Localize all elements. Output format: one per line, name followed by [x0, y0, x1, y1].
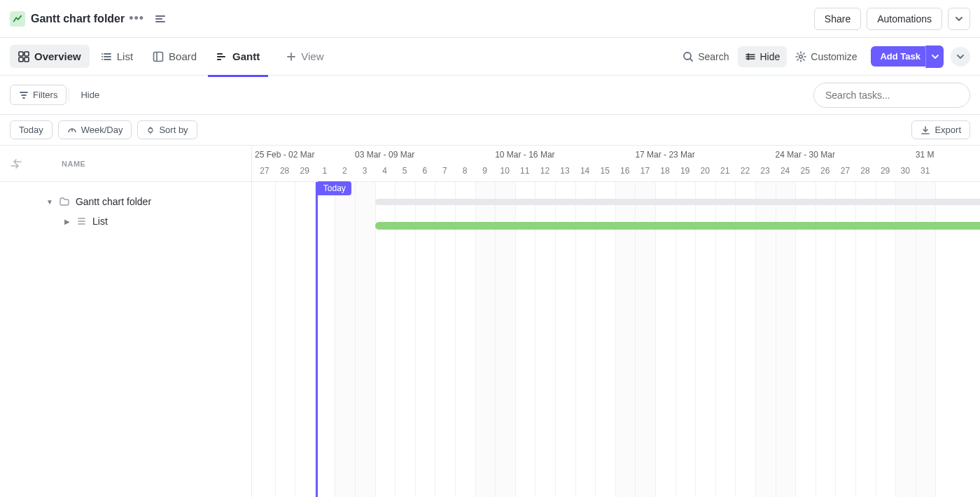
hide-filter-button[interactable]: Hide — [72, 85, 108, 104]
gear-icon — [795, 51, 806, 62]
svg-point-4 — [102, 53, 103, 55]
day-label: 23 — [755, 166, 775, 176]
automations-button[interactable]: Automations — [867, 8, 942, 30]
svg-rect-0 — [19, 52, 23, 56]
day-label: 5 — [395, 166, 414, 176]
chevron-down-icon — [955, 15, 963, 23]
day-label: 15 — [595, 166, 615, 176]
list-icon — [101, 51, 112, 62]
today-line: Today — [316, 182, 318, 497]
gantt-bar-list[interactable] — [375, 222, 980, 230]
hide-filter-label: Hide — [80, 90, 99, 100]
zoom-button[interactable]: Week/Day — [58, 120, 132, 139]
folder-chart-icon — [10, 11, 25, 27]
gantt-bar-folder[interactable] — [375, 199, 980, 205]
zoom-icon — [67, 125, 77, 135]
add-task-button[interactable]: Add Task — [871, 46, 930, 66]
filters-label: Filters — [33, 90, 57, 100]
grid-icon — [18, 51, 29, 62]
back-arrow-icon[interactable] — [10, 159, 22, 169]
week-label: 03 Mar - 09 Mar — [355, 150, 414, 160]
filters-button[interactable]: Filters — [10, 85, 66, 105]
more-menu-icon[interactable]: ••• — [125, 8, 148, 29]
chevron-down-icon — [932, 53, 939, 60]
search-button[interactable]: Search — [676, 46, 736, 67]
day-label: 18 — [655, 166, 675, 176]
today-label: Today — [318, 181, 351, 195]
day-label: 8 — [455, 166, 475, 176]
add-task-label: Add Task — [880, 51, 920, 62]
app-header: Gantt chart folder ••• Share Automations — [0, 0, 980, 38]
day-label: 2 — [335, 166, 354, 176]
timeline-body[interactable]: Today — [252, 182, 980, 497]
tab-gantt[interactable]: Gantt — [208, 45, 268, 68]
header-caret-button[interactable] — [948, 8, 970, 30]
automations-label: Automations — [877, 13, 932, 24]
day-label: 22 — [735, 166, 755, 176]
search-label: Search — [698, 51, 729, 62]
week-label: 17 Mar - 23 Mar — [635, 150, 694, 160]
day-label: 7 — [435, 166, 454, 176]
svg-point-6 — [102, 59, 103, 60]
name-column-header: NAME — [62, 160, 85, 168]
week-label: 31 M — [916, 150, 934, 160]
today-button[interactable]: Today — [10, 120, 52, 139]
filters-row: Filters Hide — [0, 76, 980, 115]
breadcrumb[interactable]: Gantt chart folder — [10, 11, 125, 27]
week-label: 10 Mar - 16 Mar — [495, 150, 554, 160]
tab-list[interactable]: List — [92, 45, 141, 68]
sort-button[interactable]: Sort by — [137, 120, 197, 139]
day-label: 10 — [495, 166, 514, 176]
search-icon — [682, 51, 694, 62]
svg-rect-7 — [154, 52, 163, 61]
day-label: 20 — [695, 166, 715, 176]
gantt-icon — [216, 51, 227, 62]
tab-board-label: Board — [169, 50, 197, 62]
search-tasks-input[interactable] — [813, 83, 970, 108]
share-button[interactable]: Share — [814, 8, 861, 30]
day-label: 6 — [415, 166, 435, 176]
tab-overview[interactable]: Overview — [10, 45, 90, 68]
svg-point-10 — [799, 55, 802, 57]
day-label: 14 — [575, 166, 595, 176]
day-label: 12 — [535, 166, 554, 176]
svg-point-5 — [102, 56, 103, 57]
tab-board[interactable]: Board — [144, 45, 205, 68]
tree-list-row[interactable]: ▶ List — [0, 211, 251, 231]
folder-title: Gantt chart folder — [31, 13, 125, 25]
svg-rect-1 — [24, 52, 29, 56]
export-label: Export — [934, 125, 961, 135]
list-outline-icon — [76, 216, 87, 227]
add-view-label: View — [301, 50, 323, 62]
day-label: 27 — [835, 166, 855, 176]
tab-gantt-label: Gantt — [232, 50, 260, 62]
tab-overview-label: Overview — [34, 50, 81, 62]
tree-list-label: List — [92, 216, 108, 227]
side-header: NAME — [0, 146, 251, 182]
day-label: 17 — [635, 166, 654, 176]
collapse-icon[interactable] — [154, 13, 167, 25]
tree-folder-row[interactable]: ▼ Gantt chart folder — [0, 192, 251, 211]
svg-rect-2 — [19, 57, 23, 62]
views-row: Overview List Board Gantt View Search Hi… — [0, 38, 980, 76]
tab-list-label: List — [117, 50, 133, 62]
tree-folder-label: Gantt chart folder — [76, 196, 151, 207]
customize-button[interactable]: Customize — [788, 46, 864, 67]
plus-icon — [286, 52, 296, 62]
filter-icon — [19, 90, 29, 100]
options-caret[interactable] — [951, 47, 970, 66]
day-label: 4 — [375, 166, 395, 176]
day-label: 26 — [816, 166, 835, 176]
day-label: 24 — [776, 166, 795, 176]
day-label: 3 — [355, 166, 374, 176]
day-label: 25 — [795, 166, 815, 176]
hide-button[interactable]: Hide — [738, 46, 788, 67]
day-label: 13 — [555, 166, 575, 176]
add-task-caret[interactable] — [925, 46, 944, 68]
day-label: 27 — [255, 166, 274, 176]
gantt-timeline[interactable]: + 25 Feb - 02 Mar03 Mar - 09 Mar10 Mar -… — [252, 146, 980, 497]
day-label: 21 — [715, 166, 735, 176]
add-view-button[interactable]: View — [278, 45, 332, 68]
export-button[interactable]: Export — [911, 120, 970, 139]
caret-down-icon: ▼ — [46, 198, 53, 206]
